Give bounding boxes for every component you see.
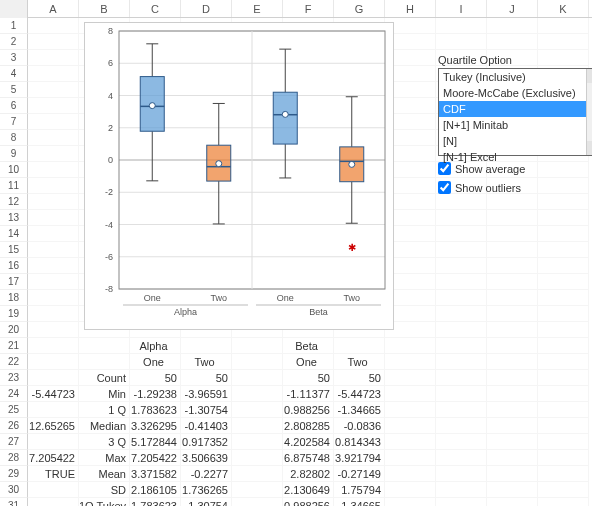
cell[interactable] xyxy=(28,194,79,210)
cell[interactable] xyxy=(487,434,538,450)
cell[interactable] xyxy=(436,386,487,402)
cell[interactable]: 1.736265 xyxy=(181,482,232,498)
cell[interactable] xyxy=(487,354,538,370)
cell[interactable]: Alpha xyxy=(130,338,181,354)
cell[interactable]: 2.186105 xyxy=(130,482,181,498)
cell[interactable]: Two xyxy=(334,354,385,370)
cell[interactable]: -0.0836 xyxy=(334,418,385,434)
row-header[interactable]: 27 xyxy=(0,434,28,450)
cell[interactable] xyxy=(28,34,79,50)
cell[interactable] xyxy=(538,226,589,242)
cell[interactable] xyxy=(28,82,79,98)
cell[interactable] xyxy=(385,370,436,386)
cell[interactable] xyxy=(28,162,79,178)
listbox-scrollbar[interactable]: ▴ ▾ xyxy=(586,69,592,155)
cell[interactable] xyxy=(487,226,538,242)
col-header[interactable]: C xyxy=(130,0,181,17)
row-header[interactable]: 9 xyxy=(0,146,28,162)
col-header[interactable]: K xyxy=(538,0,589,17)
cell[interactable] xyxy=(28,50,79,66)
cell[interactable] xyxy=(232,434,283,450)
cell[interactable]: 3.506639 xyxy=(181,450,232,466)
cell[interactable] xyxy=(538,34,589,50)
col-header[interactable]: G xyxy=(334,0,385,17)
cell[interactable] xyxy=(487,498,538,506)
listbox-option[interactable]: [N] xyxy=(439,133,586,149)
col-header[interactable]: F xyxy=(283,0,334,17)
cell[interactable] xyxy=(436,34,487,50)
row-header[interactable]: 30 xyxy=(0,482,28,498)
col-header[interactable]: I xyxy=(436,0,487,17)
row-header[interactable]: 7 xyxy=(0,114,28,130)
cell[interactable] xyxy=(436,434,487,450)
row-header[interactable]: 1 xyxy=(0,18,28,34)
cell[interactable] xyxy=(538,274,589,290)
cell[interactable] xyxy=(487,386,538,402)
cell[interactable]: 2.82802 xyxy=(283,466,334,482)
cell[interactable] xyxy=(436,466,487,482)
cell[interactable] xyxy=(436,226,487,242)
cell[interactable]: 6.875748 xyxy=(283,450,334,466)
cell[interactable] xyxy=(385,434,436,450)
cell[interactable] xyxy=(28,338,79,354)
cell[interactable]: TRUE xyxy=(28,466,79,482)
cell[interactable] xyxy=(28,178,79,194)
cell[interactable]: 50 xyxy=(181,370,232,386)
cell[interactable] xyxy=(385,338,436,354)
cell[interactable] xyxy=(538,210,589,226)
cell[interactable]: 0.814343 xyxy=(334,434,385,450)
cell[interactable] xyxy=(28,322,79,338)
row-header[interactable]: 29 xyxy=(0,466,28,482)
cell[interactable]: -0.2277 xyxy=(181,466,232,482)
cell[interactable] xyxy=(436,210,487,226)
listbox-option[interactable]: [N+1] Minitab xyxy=(439,117,586,133)
cell[interactable]: 3 Q xyxy=(79,434,130,450)
cell[interactable] xyxy=(436,482,487,498)
row-header[interactable]: 3 xyxy=(0,50,28,66)
cell[interactable] xyxy=(487,466,538,482)
cell[interactable] xyxy=(487,18,538,34)
cell[interactable] xyxy=(487,370,538,386)
cell[interactable] xyxy=(538,482,589,498)
cell[interactable]: 1.783623 xyxy=(130,498,181,506)
cell[interactable]: 0.988256 xyxy=(283,498,334,506)
cell[interactable] xyxy=(436,194,487,210)
cell[interactable]: 3.921794 xyxy=(334,450,385,466)
listbox-option[interactable]: Tukey (Inclusive) xyxy=(439,69,586,85)
cell[interactable] xyxy=(436,498,487,506)
cell[interactable]: 1.783623 xyxy=(130,402,181,418)
row-header[interactable]: 18 xyxy=(0,290,28,306)
row-header[interactable]: 2 xyxy=(0,34,28,50)
cell[interactable] xyxy=(232,418,283,434)
cell[interactable]: -0.41403 xyxy=(181,418,232,434)
cell[interactable] xyxy=(436,306,487,322)
cell[interactable] xyxy=(79,354,130,370)
cell[interactable] xyxy=(538,354,589,370)
row-header[interactable]: 10 xyxy=(0,162,28,178)
cell[interactable]: 50 xyxy=(283,370,334,386)
cell[interactable] xyxy=(487,210,538,226)
row-header[interactable]: 31 xyxy=(0,498,28,506)
cell[interactable]: -5.44723 xyxy=(28,386,79,402)
cell[interactable] xyxy=(538,194,589,210)
row-header[interactable]: 19 xyxy=(0,306,28,322)
cell[interactable] xyxy=(436,274,487,290)
select-all-corner[interactable] xyxy=(0,0,28,18)
cell[interactable]: 2.808285 xyxy=(283,418,334,434)
row-header[interactable]: 28 xyxy=(0,450,28,466)
col-header[interactable]: E xyxy=(232,0,283,17)
cell[interactable] xyxy=(232,482,283,498)
cell[interactable]: -5.44723 xyxy=(334,386,385,402)
row-header[interactable]: 23 xyxy=(0,370,28,386)
cell[interactable]: -1.30754 xyxy=(181,498,232,506)
cell[interactable]: -1.30754 xyxy=(181,402,232,418)
cell[interactable] xyxy=(385,466,436,482)
cell[interactable] xyxy=(538,370,589,386)
cell[interactable] xyxy=(385,386,436,402)
cell[interactable] xyxy=(538,18,589,34)
listbox-option[interactable]: CDF xyxy=(439,101,586,117)
cell[interactable] xyxy=(28,226,79,242)
cell[interactable] xyxy=(436,450,487,466)
cell[interactable]: Beta xyxy=(283,338,334,354)
cell[interactable]: Min xyxy=(79,386,130,402)
